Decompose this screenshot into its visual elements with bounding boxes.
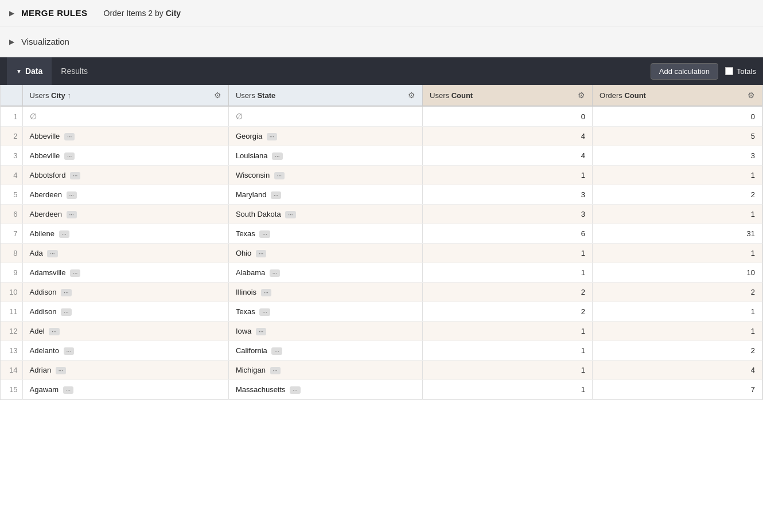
city-value: Agawam [30, 385, 59, 394]
col-city-bold: City [51, 91, 65, 100]
city-ellipsis[interactable]: ··· [67, 211, 77, 218]
toolbar: ▼ Data Results Add calculation Totals [0, 57, 763, 85]
state-ellipsis[interactable]: ··· [259, 308, 270, 316]
state-value: Illinois [236, 288, 256, 296]
city-ellipsis[interactable]: ··· [64, 152, 75, 160]
city-ellipsis[interactable]: ··· [49, 328, 59, 335]
state-ellipsis[interactable]: ··· [256, 328, 266, 335]
state-ellipsis[interactable]: ··· [270, 367, 281, 374]
col-ucount-gear-icon[interactable]: ⚙ [578, 91, 585, 100]
row-city: Adamsville ··· [22, 263, 228, 283]
row-ocount: 2 [593, 185, 762, 205]
table-row: 13Adelanto ···California ···12 [1, 341, 762, 361]
state-value: Maryland [236, 190, 266, 199]
city-value: Abbeville [30, 132, 60, 140]
toolbar-tabs: ▼ Data Results [7, 57, 97, 85]
table-row: 14Adrian ···Michigan ···14 [1, 361, 762, 380]
city-value: Addison [30, 307, 57, 316]
row-num: 6 [1, 205, 22, 224]
row-ucount: 3 [423, 205, 593, 224]
row-ucount: 2 [423, 283, 593, 302]
col-state-bold: State [257, 91, 275, 100]
city-ellipsis[interactable]: ··· [61, 308, 71, 316]
tab-data[interactable]: ▼ Data [7, 57, 52, 85]
merge-rules-toggle-icon[interactable]: ▶ [9, 9, 14, 17]
row-state: Ohio ··· [228, 244, 422, 263]
col-state-label: Users State [236, 91, 275, 100]
visualization-toggle-icon[interactable]: ▶ [9, 38, 14, 46]
row-ocount: 7 [593, 380, 762, 400]
state-ellipsis[interactable]: ··· [256, 250, 266, 257]
state-ellipsis[interactable]: ··· [261, 289, 271, 296]
row-ocount: 31 [593, 224, 762, 244]
col-ocount-label: Orders Count [600, 91, 646, 100]
state-value: South Dakota [236, 210, 281, 218]
null-symbol: ∅ [236, 112, 243, 121]
row-num: 8 [1, 244, 22, 263]
city-ellipsis[interactable]: ··· [70, 269, 80, 277]
tab-results[interactable]: Results [52, 57, 97, 85]
city-ellipsis[interactable]: ··· [67, 191, 77, 199]
state-value: Michigan [236, 366, 266, 374]
city-value: Adamsville [30, 268, 66, 277]
table-row: 11Addison ···Texas ···21 [1, 302, 762, 322]
table-row: 8Ada ···Ohio ···11 [1, 244, 762, 263]
state-ellipsis[interactable]: ··· [285, 211, 295, 218]
add-calculation-button[interactable]: Add calculation [651, 63, 718, 80]
state-value: Georgia [236, 132, 262, 140]
state-ellipsis[interactable]: ··· [271, 347, 282, 355]
row-num: 11 [1, 302, 22, 322]
data-table-container: Users City ↑ ⚙ Users State ⚙ Users Count… [0, 85, 763, 400]
state-value: California [236, 346, 267, 355]
state-value: Texas [236, 229, 255, 238]
city-ellipsis[interactable]: ··· [47, 250, 57, 257]
state-ellipsis[interactable]: ··· [259, 230, 270, 238]
col-ucount-header: Users Count ⚙ [423, 85, 593, 106]
state-ellipsis[interactable]: ··· [290, 386, 300, 394]
state-ellipsis[interactable]: ··· [267, 133, 277, 140]
totals-checkbox-icon[interactable] [725, 67, 733, 75]
state-ellipsis[interactable]: ··· [271, 191, 281, 199]
table-row: 10Addison ···Illinois ···22 [1, 283, 762, 302]
table-row: 3Abbeville ···Louisiana ···43 [1, 146, 762, 166]
row-ocount: 1 [593, 205, 762, 224]
table-row: 6Aberdeen ···South Dakota ···31 [1, 205, 762, 224]
row-ocount: 1 [593, 166, 762, 185]
city-value: Adrian [30, 366, 52, 374]
col-city-label: Users City ↑ [30, 91, 71, 100]
row-city: Addison ··· [22, 302, 228, 322]
row-ucount: 2 [423, 302, 593, 322]
city-ellipsis[interactable]: ··· [56, 367, 66, 374]
row-ucount: 1 [423, 380, 593, 400]
col-ocount-gear-icon[interactable]: ⚙ [748, 91, 755, 100]
row-state: Alabama ··· [228, 263, 422, 283]
row-ocount: 1 [593, 244, 762, 263]
city-ellipsis[interactable]: ··· [64, 347, 74, 355]
city-value: Ada [30, 249, 43, 257]
city-ellipsis[interactable]: ··· [61, 289, 71, 296]
city-ellipsis[interactable]: ··· [70, 172, 80, 179]
null-symbol: ∅ [30, 112, 37, 121]
table-row: 15Agawam ···Massachusetts ···17 [1, 380, 762, 400]
city-value: Aberdeen [30, 190, 62, 199]
subtitle-text: Order Items 2 by [104, 9, 166, 18]
city-ellipsis[interactable]: ··· [63, 386, 73, 394]
row-ocount: 2 [593, 283, 762, 302]
row-ucount: 1 [423, 166, 593, 185]
state-ellipsis[interactable]: ··· [274, 172, 285, 179]
row-state: South Dakota ··· [228, 205, 422, 224]
state-ellipsis[interactable]: ··· [270, 269, 280, 277]
city-ellipsis[interactable]: ··· [59, 230, 69, 238]
row-city: Addison ··· [22, 283, 228, 302]
col-state-gear-icon[interactable]: ⚙ [408, 91, 415, 100]
row-ocount: 3 [593, 146, 762, 166]
row-ocount: 4 [593, 361, 762, 380]
state-ellipsis[interactable]: ··· [272, 152, 282, 160]
row-state: Texas ··· [228, 224, 422, 244]
col-city-gear-icon[interactable]: ⚙ [214, 91, 221, 100]
state-value: Wisconsin [236, 171, 270, 179]
city-ellipsis[interactable]: ··· [64, 133, 75, 140]
row-ucount: 1 [423, 341, 593, 361]
row-num: 14 [1, 361, 22, 380]
totals-toggle[interactable]: Totals [725, 67, 756, 76]
